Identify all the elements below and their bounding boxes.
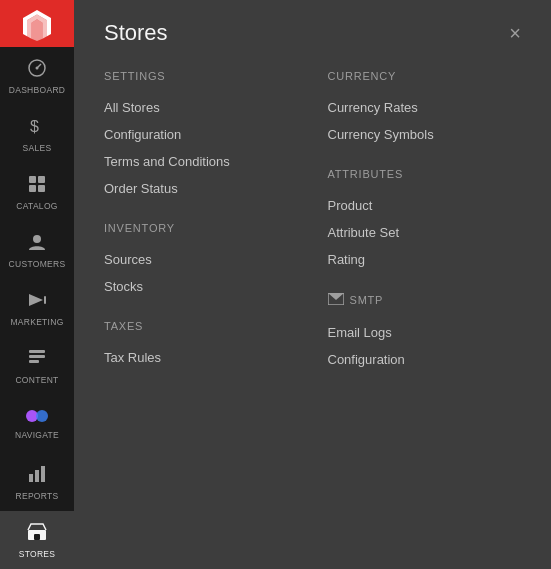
- left-column: Settings All Stores Configuration Terms …: [104, 70, 298, 393]
- svg-rect-20: [41, 466, 45, 482]
- currency-section: Currency Currency Rates Currency Symbols: [328, 70, 522, 148]
- customers-icon: [27, 232, 47, 255]
- sales-icon: $: [28, 116, 46, 139]
- order-status-link[interactable]: Order Status: [104, 175, 298, 202]
- taxes-section-title: Taxes: [104, 320, 298, 332]
- sidebar-item-catalog[interactable]: CATALOG: [0, 163, 74, 221]
- navigate-icon: [26, 408, 48, 426]
- reports-icon: [27, 464, 47, 487]
- taxes-section: Taxes Tax Rules: [104, 320, 298, 371]
- sidebar-item-content[interactable]: CONTENT: [0, 337, 74, 395]
- terms-conditions-link[interactable]: Terms and Conditions: [104, 148, 298, 175]
- sidebar-item-sales-label: SALES: [23, 143, 52, 153]
- svg-point-4: [36, 66, 39, 69]
- sidebar-item-reports[interactable]: REPORTS: [0, 453, 74, 511]
- content-icon: [27, 348, 47, 371]
- smtp-configuration-link[interactable]: Configuration: [328, 346, 522, 373]
- stores-icon: [27, 522, 47, 545]
- svg-point-17: [36, 410, 48, 422]
- sources-link[interactable]: Sources: [104, 246, 298, 273]
- email-logs-link[interactable]: Email Logs: [328, 319, 522, 346]
- svg-rect-9: [38, 185, 45, 192]
- svg-rect-15: [29, 360, 39, 363]
- sidebar: DASHBOARD $ SALES CATALOG CUSTOME: [0, 0, 74, 569]
- smtp-section-title: SMTP: [328, 293, 522, 307]
- svg-rect-6: [29, 176, 36, 183]
- all-stores-link[interactable]: All Stores: [104, 94, 298, 121]
- svg-rect-8: [29, 185, 36, 192]
- menu-grid: Settings All Stores Configuration Terms …: [104, 70, 521, 393]
- sidebar-item-navigate[interactable]: NAVIGATE: [0, 395, 74, 453]
- svg-rect-19: [35, 470, 39, 482]
- rating-link[interactable]: Rating: [328, 246, 522, 273]
- sidebar-item-dashboard-label: DASHBOARD: [9, 85, 66, 95]
- inventory-section-title: Inventory: [104, 222, 298, 234]
- sidebar-item-marketing[interactable]: MARKETING: [0, 279, 74, 337]
- right-column: Currency Currency Rates Currency Symbols…: [328, 70, 522, 393]
- page-title: Stores: [104, 20, 168, 46]
- currency-rates-link[interactable]: Currency Rates: [328, 94, 522, 121]
- svg-text:$: $: [30, 118, 39, 135]
- sidebar-logo[interactable]: [0, 0, 74, 47]
- sidebar-item-customers[interactable]: CUSTOMERS: [0, 221, 74, 279]
- attributes-section: Attributes Product Attribute Set Rating: [328, 168, 522, 273]
- smtp-section: SMTP Email Logs Configuration: [328, 293, 522, 373]
- tax-rules-link[interactable]: Tax Rules: [104, 344, 298, 371]
- svg-rect-22: [34, 534, 40, 540]
- sidebar-item-content-label: CONTENT: [15, 375, 58, 385]
- currency-section-title: Currency: [328, 70, 522, 82]
- settings-section-title: Settings: [104, 70, 298, 82]
- sidebar-item-customers-label: CUSTOMERS: [9, 259, 66, 269]
- configuration-link[interactable]: Configuration: [104, 121, 298, 148]
- magento-logo-icon: [19, 6, 55, 42]
- sidebar-item-marketing-label: MARKETING: [10, 317, 63, 327]
- svg-rect-12: [44, 296, 46, 304]
- attributes-section-title: Attributes: [328, 168, 522, 180]
- catalog-icon: [27, 174, 47, 197]
- dashboard-icon: [27, 58, 47, 81]
- close-button[interactable]: ×: [509, 23, 521, 43]
- attribute-set-link[interactable]: Attribute Set: [328, 219, 522, 246]
- sidebar-item-catalog-label: CATALOG: [16, 201, 57, 211]
- currency-symbols-link[interactable]: Currency Symbols: [328, 121, 522, 148]
- settings-section: Settings All Stores Configuration Terms …: [104, 70, 298, 202]
- sidebar-item-dashboard[interactable]: DASHBOARD: [0, 47, 74, 105]
- svg-rect-13: [29, 350, 45, 353]
- main-header: Stores ×: [104, 20, 521, 46]
- svg-rect-14: [29, 355, 45, 358]
- sidebar-item-navigate-label: NAVIGATE: [15, 430, 59, 440]
- product-link[interactable]: Product: [328, 192, 522, 219]
- svg-marker-11: [29, 294, 43, 306]
- sidebar-item-sales[interactable]: $ SALES: [0, 105, 74, 163]
- sidebar-item-reports-label: REPORTS: [15, 491, 58, 501]
- stocks-link[interactable]: Stocks: [104, 273, 298, 300]
- svg-point-10: [33, 235, 41, 243]
- svg-rect-7: [38, 176, 45, 183]
- marketing-icon: [27, 290, 47, 313]
- inventory-section: Inventory Sources Stocks: [104, 222, 298, 300]
- sidebar-item-stores-label: STORES: [19, 549, 56, 559]
- main-content: Stores × Settings All Stores Configurati…: [74, 0, 551, 569]
- svg-marker-2: [32, 19, 43, 41]
- smtp-icon: [328, 293, 344, 307]
- sidebar-item-stores[interactable]: STORES: [0, 511, 74, 569]
- svg-rect-18: [29, 474, 33, 482]
